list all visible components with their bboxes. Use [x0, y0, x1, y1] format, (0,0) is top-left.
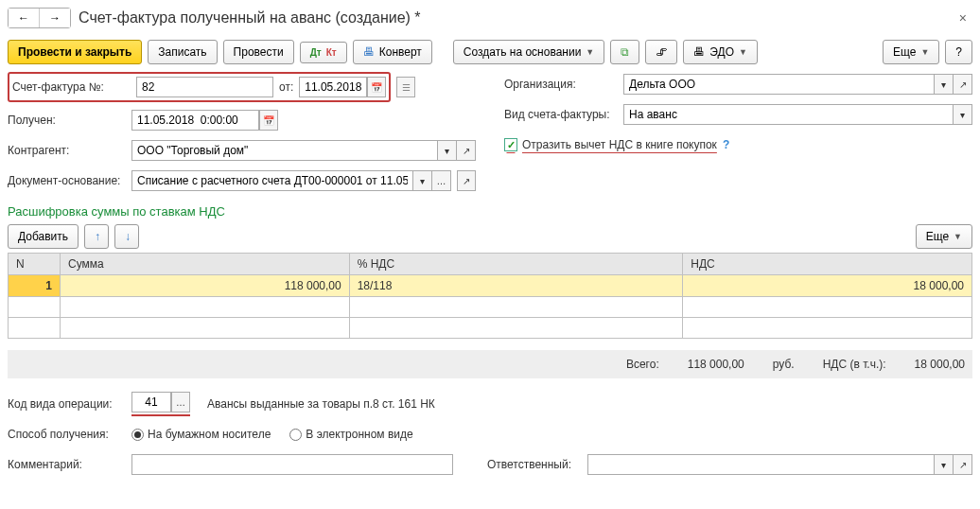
op-code-label: Код вида операции: — [8, 397, 126, 411]
dropdown-icon[interactable]: ▾ — [935, 74, 954, 95]
printer-icon: 🖶 — [693, 45, 705, 59]
page-title: Счет-фактура полученный на аванс (создан… — [79, 9, 421, 26]
chevron-down-icon: ▼ — [920, 47, 929, 57]
date-from-label: от: — [279, 80, 293, 94]
post-and-close-button[interactable]: Провести и закрыть — [8, 40, 142, 64]
invoice-number-label: Счет-фактура №: — [12, 80, 131, 94]
open-icon[interactable]: ↗ — [457, 170, 476, 191]
print-convert-button[interactable]: 🖶Конверт — [353, 40, 432, 64]
calendar-icon[interactable]: 📅 — [367, 77, 386, 97]
create-based-button[interactable]: Создать на основании▼ — [453, 40, 604, 64]
counterparty-input[interactable] — [131, 140, 438, 161]
chevron-down-icon: ▼ — [739, 47, 747, 57]
open-icon[interactable]: ↗ — [954, 454, 972, 475]
basis-input[interactable] — [131, 170, 413, 191]
table-more-button[interactable]: Еще▼ — [916, 224, 972, 249]
dropdown-icon[interactable]: ▾ — [935, 454, 954, 475]
structure-button[interactable]: ⧉ — [610, 40, 639, 64]
vat-book-checkbox-row: ✓ Отразить вычет НДС в книге покупок — [504, 138, 717, 151]
dropdown-icon[interactable]: ▾ — [954, 104, 972, 125]
type-input[interactable] — [623, 104, 954, 125]
save-button[interactable]: Записать — [148, 40, 217, 64]
comment-input[interactable] — [131, 454, 453, 475]
edo-button[interactable]: 🖶ЭДО▼ — [683, 40, 758, 64]
method-paper-radio[interactable]: На бумажном носителе — [131, 428, 271, 441]
col-sum: Сумма — [61, 254, 350, 275]
invoice-number-input[interactable] — [136, 77, 273, 97]
chevron-down-icon: ▼ — [954, 232, 962, 241]
vat-book-label: Отразить вычет НДС в книге покупок — [522, 138, 717, 151]
open-icon[interactable]: ↗ — [954, 74, 972, 95]
post-button[interactable]: Провести — [223, 40, 294, 64]
tree-icon: ⧉ — [621, 45, 629, 59]
comment-label: Комментарий: — [8, 458, 126, 471]
calendar-icon[interactable]: 📅 — [259, 110, 278, 131]
chevron-down-icon: ▼ — [586, 47, 594, 57]
help-button[interactable]: ? — [945, 40, 972, 64]
vat-book-checkbox[interactable]: ✓ — [504, 138, 517, 151]
col-rate: % НДС — [349, 254, 683, 275]
responsible-input[interactable] — [587, 454, 935, 475]
select-icon[interactable]: … — [171, 392, 190, 412]
more-button[interactable]: Еще▼ — [883, 40, 939, 64]
dtkt-button[interactable]: ДтКт — [300, 42, 347, 63]
dropdown-icon[interactable]: ▾ — [438, 140, 457, 161]
type-label: Вид счета-фактуры: — [504, 108, 618, 121]
org-input[interactable] — [623, 74, 935, 95]
nav-back-button[interactable]: ← — [9, 9, 40, 27]
op-code-desc: Авансы выданные за товары п.8 ст. 161 НК — [207, 397, 435, 411]
table-row[interactable] — [9, 297, 972, 318]
col-n: N — [9, 254, 61, 275]
printer-icon: 🖶 — [363, 45, 375, 59]
close-button[interactable]: × — [954, 10, 972, 26]
attach-button[interactable]: 🖇 — [645, 40, 677, 64]
move-up-button[interactable]: ↑ — [84, 224, 109, 249]
responsible-label: Ответственный: — [487, 458, 582, 471]
clip-icon: 🖇 — [656, 45, 667, 59]
nav-fwd-button[interactable]: → — [40, 9, 70, 27]
method-label: Способ получения: — [8, 428, 126, 441]
totals-bar: Всего: 118 000,00 руб. НДС (в т.ч.): 18 … — [8, 350, 972, 378]
received-label: Получен: — [8, 114, 126, 127]
show-icon[interactable]: ☰ — [396, 77, 415, 97]
received-input[interactable] — [131, 110, 259, 131]
help-icon[interactable]: ? — [723, 138, 729, 151]
method-elec-radio[interactable]: В электронном виде — [289, 428, 412, 441]
main-toolbar: Провести и закрыть Записать Провести ДтК… — [8, 40, 972, 64]
table-row[interactable] — [9, 318, 972, 339]
nav-arrows: ← → — [8, 8, 71, 28]
vat-breakdown-title: Расшифровка суммы по ставкам НДС — [8, 204, 972, 219]
org-label: Организация: — [504, 78, 618, 91]
table-row[interactable]: 1 118 000,00 18/118 18 000,00 — [9, 275, 972, 297]
invoice-date-input[interactable] — [299, 77, 367, 97]
col-vat: НДС — [683, 254, 972, 275]
dropdown-icon[interactable]: ▾ — [413, 170, 432, 191]
basis-label: Документ-основание: — [8, 174, 126, 187]
move-down-button[interactable]: ↓ — [114, 224, 139, 249]
select-icon[interactable]: … — [432, 170, 451, 191]
vat-table: N Сумма % НДС НДС 1 118 000,00 18/118 18… — [8, 253, 972, 339]
add-row-button[interactable]: Добавить — [8, 224, 79, 249]
counterparty-label: Контрагент: — [8, 144, 126, 157]
op-code-input[interactable] — [131, 392, 171, 412]
open-icon[interactable]: ↗ — [457, 140, 476, 161]
